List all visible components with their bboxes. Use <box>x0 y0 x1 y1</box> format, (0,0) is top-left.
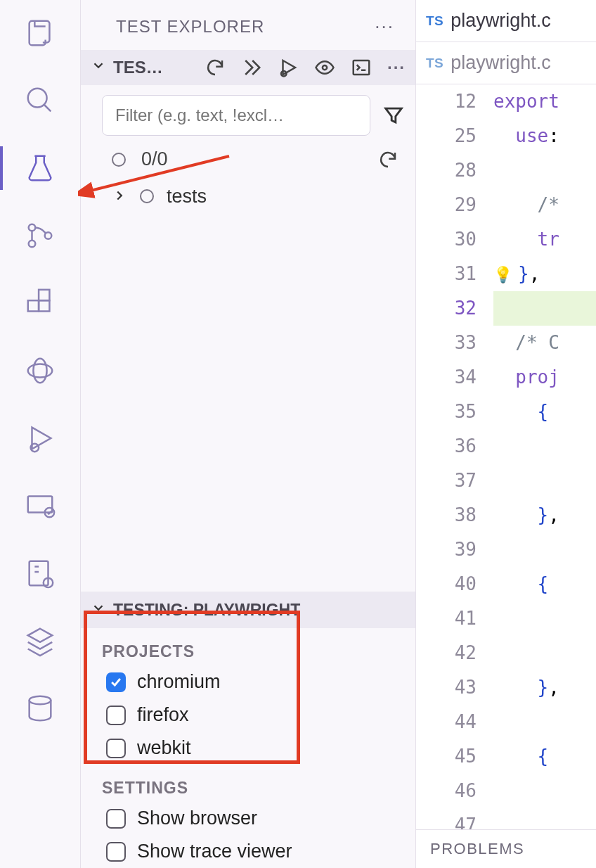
setting-row[interactable]: Show browser <box>81 802 415 835</box>
editor-tab-inactive[interactable]: TS playwright.c <box>416 42 561 84</box>
playwright-section-label: TESTING: PLAYWRIGHT <box>113 601 300 620</box>
tests-section-label: TES… <box>113 58 163 77</box>
test-explorer-sidebar: TEST EXPLORER ··· TES… ··· 0/0 tests <box>81 0 416 868</box>
checkbox[interactable] <box>106 842 126 862</box>
test-count-row: 0/0 <box>81 141 415 179</box>
extensions-icon[interactable] <box>21 284 59 322</box>
chevron-right-icon <box>112 184 127 208</box>
svg-rect-12 <box>30 561 48 586</box>
setting-row[interactable]: Show trace viewer <box>81 835 415 868</box>
refresh-tests-icon[interactable] <box>377 149 399 170</box>
search-icon[interactable] <box>21 82 59 120</box>
sidebar-title-row: TEST EXPLORER ··· <box>81 0 415 50</box>
bottom-panel: PROBLEMS <box>416 829 596 868</box>
filter-icon[interactable] <box>382 103 406 127</box>
project-label: webkit <box>137 737 191 759</box>
ts-icon: TS <box>426 13 443 29</box>
run-debug-icon[interactable] <box>21 419 59 457</box>
ts-icon: TS <box>426 56 443 71</box>
editor-tab-label: playwright.c <box>451 52 551 74</box>
code-area[interactable]: 1225282930313233343536373839404142434445… <box>416 84 596 829</box>
checkbox[interactable] <box>106 809 126 829</box>
line-gutter: 1225282930313233343536373839404142434445… <box>416 84 493 829</box>
chevron-down-icon <box>91 58 106 77</box>
svg-point-0 <box>28 89 47 108</box>
checkbox[interactable] <box>106 739 126 758</box>
testing-icon[interactable] <box>21 149 59 187</box>
show-output-icon[interactable] <box>314 57 335 78</box>
svg-rect-6 <box>39 290 49 300</box>
editor-pane: TS playwright.c TS playwright.c 12252829… <box>416 0 596 868</box>
ai-icon[interactable] <box>21 352 59 390</box>
svg-rect-5 <box>39 300 49 311</box>
checkbox[interactable] <box>106 672 126 692</box>
svg-point-8 <box>33 359 46 383</box>
svg-point-3 <box>45 232 52 239</box>
project-label: chromium <box>137 671 221 693</box>
svg-point-14 <box>30 696 51 705</box>
svg-point-7 <box>28 364 53 377</box>
setting-label: Show trace viewer <box>137 841 292 862</box>
refresh-icon[interactable] <box>205 57 226 78</box>
svg-rect-4 <box>28 300 39 311</box>
sidebar-title: TEST EXPLORER <box>116 17 264 37</box>
problems-tab[interactable]: PROBLEMS <box>430 840 524 858</box>
debug-all-icon[interactable] <box>278 57 299 78</box>
status-circle-icon <box>140 189 154 203</box>
status-circle-icon <box>112 153 126 167</box>
settings-label: SETTINGS <box>81 765 415 802</box>
playwright-section-header[interactable]: TESTING: PLAYWRIGHT <box>81 592 415 628</box>
chevron-down-icon <box>91 600 106 620</box>
layers-icon[interactable] <box>21 622 59 660</box>
projects-label: PROJECTS <box>81 628 415 665</box>
svg-point-16 <box>323 65 327 70</box>
editor-tabs: TS playwright.c <box>416 0 596 42</box>
run-all-icon[interactable] <box>241 57 262 78</box>
editor-tab-label: playwright.c <box>451 10 551 32</box>
source-control-icon[interactable] <box>21 217 59 255</box>
test-count: 0/0 <box>141 148 168 170</box>
tests-folder-row[interactable]: tests <box>81 179 415 217</box>
svg-rect-17 <box>354 60 370 75</box>
setting-label: Show browser <box>137 808 257 829</box>
checkbox[interactable] <box>106 706 126 725</box>
project-firefox[interactable]: firefox <box>81 698 415 732</box>
tests-section-header[interactable]: TES… ··· <box>81 50 415 85</box>
tests-folder-label: tests <box>167 186 207 208</box>
code-content[interactable]: export use: /* tr💡}, /* C proj { }, { },… <box>493 84 596 829</box>
database-icon[interactable] <box>21 689 59 727</box>
filter-input[interactable] <box>102 95 370 136</box>
svg-point-2 <box>29 241 36 248</box>
cpp-icon[interactable] <box>21 554 59 592</box>
editor-tabs-secondary: TS playwright.c <box>416 42 596 84</box>
project-webkit[interactable]: webkit <box>81 732 415 765</box>
editor-tab-active[interactable]: TS playwright.c <box>416 0 561 42</box>
project-label: firefox <box>137 704 189 726</box>
project-chromium[interactable]: chromium <box>81 665 415 698</box>
activity-bar <box>0 0 81 868</box>
tests-more-icon[interactable]: ··· <box>387 58 406 77</box>
filter-row <box>81 85 415 141</box>
svg-rect-10 <box>28 497 53 513</box>
remote-icon[interactable] <box>21 487 59 525</box>
svg-point-1 <box>29 224 36 231</box>
explorer-icon[interactable] <box>21 14 59 52</box>
sidebar-more-icon[interactable]: ··· <box>375 15 394 37</box>
terminal-icon[interactable] <box>351 57 372 78</box>
